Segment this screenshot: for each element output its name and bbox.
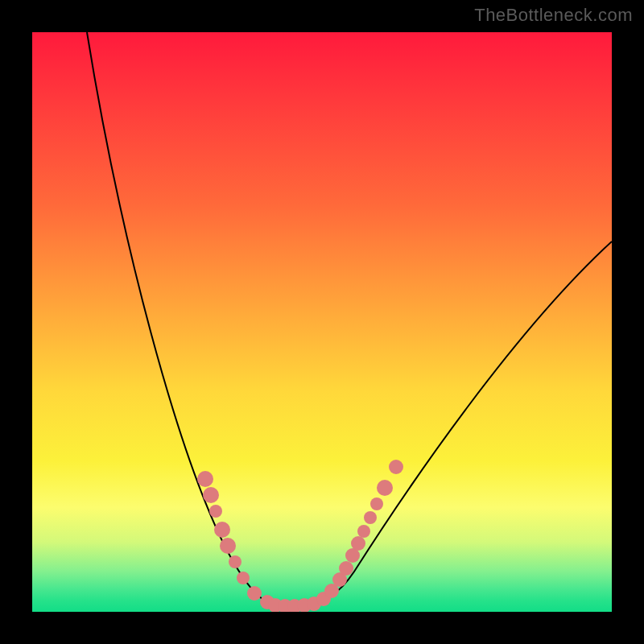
- data-marker: [377, 480, 393, 496]
- data-marker: [351, 536, 365, 551]
- data-marker: [197, 471, 213, 487]
- chart-frame: TheBottleneck.com: [0, 0, 644, 644]
- data-marker: [247, 586, 262, 601]
- data-marker: [237, 572, 250, 584]
- data-marker: [370, 497, 383, 510]
- data-marker: [229, 555, 242, 568]
- data-marker: [389, 460, 403, 474]
- data-marker: [339, 561, 353, 576]
- data-marker: [364, 511, 377, 524]
- data-marker: [220, 538, 236, 554]
- marker-group: [197, 460, 403, 612]
- plot-area: [32, 32, 612, 612]
- data-marker: [209, 505, 222, 518]
- curve-layer: [32, 32, 612, 612]
- data-marker: [214, 522, 230, 538]
- watermark-text: TheBottleneck.com: [474, 5, 633, 26]
- data-marker: [357, 525, 370, 538]
- data-marker: [203, 487, 219, 503]
- curve-left-branch: [87, 32, 303, 605]
